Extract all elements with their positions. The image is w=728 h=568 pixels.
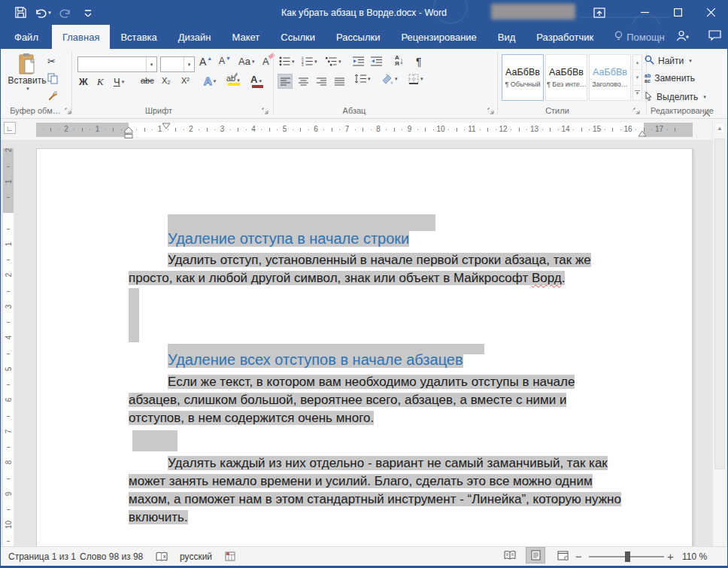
doc-paragraph-line[interactable]: махом, а поможет нам в этом стандартный … — [129, 491, 621, 509]
right-indent-marker[interactable] — [638, 130, 647, 137]
doc-heading-1[interactable]: Удаление отступа в начале строки — [168, 228, 409, 249]
cut-icon[interactable]: ✂ — [47, 56, 56, 67]
bullets-button[interactable]: ▾ — [279, 56, 295, 66]
styles-scroll-up-icon[interactable]: ▲ — [633, 55, 642, 69]
align-left-button[interactable] — [278, 74, 293, 89]
tab-file[interactable]: Файл — [1, 25, 52, 49]
customize-qat-icon[interactable] — [79, 4, 97, 22]
zoom-level[interactable]: 110 % — [682, 547, 707, 566]
styles-dialog-launcher-icon[interactable] — [632, 107, 641, 115]
word-count[interactable]: Слово 98 из 98 — [80, 547, 143, 566]
styles-more-icon[interactable]: ▼ — [633, 86, 642, 100]
scroll-up-icon[interactable]: ▲ — [714, 123, 725, 133]
macro-recording-icon[interactable] — [225, 547, 235, 566]
tab-design[interactable]: Дизайн — [168, 25, 222, 49]
font-group-label: Шрифт — [83, 106, 234, 115]
doc-paragraph-line[interactable]: отступов, в нем содержится очень много. — [129, 409, 374, 427]
close-button[interactable] — [694, 0, 727, 25]
copy-icon[interactable] — [47, 73, 58, 84]
doc-paragraph-line[interactable]: может занять немало времени и усилий. Бл… — [129, 472, 593, 491]
redo-icon[interactable] — [56, 4, 74, 22]
highlight-color-button[interactable]: ab ▾ — [226, 74, 240, 87]
vertical-ruler[interactable]: 2112345678910 — [3, 148, 14, 546]
share-person-icon[interactable] — [676, 30, 689, 44]
paste-button[interactable]: Вставить ▾ — [10, 53, 44, 105]
print-layout-view-button[interactable] — [526, 547, 545, 563]
text-effects-button[interactable]: А▾ — [204, 74, 216, 87]
doc-paragraph-line[interactable]: Удалить отступ, установленный в начале п… — [168, 251, 591, 269]
multilevel-list-button[interactable]: ▾ — [326, 56, 341, 66]
doc-paragraph-line[interactable]: Удалять каждый из них отдельно - вариант… — [168, 454, 608, 472]
select-button[interactable]: Выделить▾ — [645, 91, 706, 103]
read-mode-view-button[interactable] — [500, 547, 520, 563]
horizontal-ruler[interactable]: 211234567891011121314151617 — [36, 123, 693, 137]
vertical-scrollbar[interactable]: ▲ — [712, 120, 726, 546]
bold-button[interactable]: Ж — [79, 76, 88, 87]
style-no-spacing[interactable]: АаБбВв ¶ Без инте… — [545, 54, 587, 101]
doc-paragraph-line[interactable]: просто, как и любой другой символ, знак … — [129, 269, 565, 287]
superscript-button[interactable]: X² — [181, 76, 190, 85]
borders-button[interactable]: ▾ — [408, 74, 423, 84]
doc-paragraph-line[interactable]: Если же текст, в котором вам необходимо … — [168, 373, 575, 391]
subscript-button[interactable]: X₂ — [162, 76, 171, 85]
grow-font-button[interactable]: А▲ — [199, 56, 212, 68]
justify-button[interactable] — [332, 74, 347, 89]
tab-mailings[interactable]: Рассылки — [326, 25, 390, 49]
zoom-in-button[interactable]: + — [667, 547, 674, 566]
tab-review[interactable]: Рецензирование — [390, 25, 487, 49]
page-indicator[interactable]: Страница 1 из 1 — [8, 547, 76, 566]
numbering-button[interactable]: 123▾ — [302, 56, 317, 66]
left-indent-marker[interactable] — [124, 127, 133, 139]
tab-layout[interactable]: Макет — [221, 25, 270, 49]
style-normal[interactable]: АаБбВв ¶ Обычный — [502, 54, 544, 101]
styles-scroll-down-icon[interactable]: ▼ — [633, 69, 642, 85]
web-layout-view-button[interactable] — [553, 547, 572, 563]
collapse-ribbon-icon[interactable] — [702, 107, 711, 120]
tab-tell-me[interactable]: Помощн — [604, 25, 675, 49]
doc-heading-2[interactable]: Удаление всех отступов в начале абзацев — [168, 349, 463, 370]
doc-paragraph-line[interactable]: включить. — [129, 509, 188, 527]
maximize-button[interactable] — [661, 0, 694, 25]
style-heading[interactable]: АаБбВв Заголово… — [589, 54, 631, 101]
shading-button[interactable]: ▾ — [381, 74, 398, 84]
ribbon-display-options-icon[interactable] — [584, 0, 614, 25]
language-indicator[interactable]: русский — [180, 547, 212, 566]
show-hide-paragraph-button[interactable]: ¶ — [416, 56, 422, 68]
svg-text:3: 3 — [302, 63, 304, 66]
scrollbar-thumb[interactable] — [714, 138, 725, 469]
tab-view[interactable]: Вид — [487, 25, 526, 49]
font-dialog-launcher-icon[interactable] — [261, 107, 269, 115]
strikethrough-button[interactable]: abc — [141, 76, 154, 85]
paragraph-dialog-launcher-icon[interactable] — [487, 107, 495, 115]
zoom-slider-thumb[interactable] — [625, 551, 630, 562]
tab-developer[interactable]: Разработчик — [526, 25, 604, 49]
tab-references[interactable]: Ссылки — [270, 25, 326, 49]
comments-icon[interactable] — [708, 30, 721, 44]
change-case-button[interactable]: Аа▾ — [238, 56, 255, 67]
minimize-button[interactable] — [628, 0, 661, 25]
save-icon[interactable] — [11, 4, 29, 22]
font-size-combobox[interactable]: ▾ — [160, 56, 195, 72]
underline-button[interactable]: Ч▾ — [114, 76, 124, 87]
find-button[interactable]: Найти▾ — [645, 55, 692, 67]
proofing-errors-icon[interactable]: x — [156, 547, 168, 566]
shrink-font-button[interactable]: А▼ — [219, 56, 231, 66]
doc-paragraph-line[interactable]: абзацев, слишком большой, вероятнее всег… — [129, 391, 566, 409]
increase-indent-button[interactable] — [371, 56, 382, 66]
font-color-button[interactable]: А▾ — [250, 74, 262, 89]
replace-button[interactable]: abac Заменить — [645, 73, 695, 84]
zoom-out-button[interactable]: − — [575, 547, 582, 566]
font-name-combobox[interactable]: ▾ — [77, 56, 157, 72]
line-spacing-button[interactable]: ▾ — [354, 74, 371, 84]
align-right-button[interactable] — [314, 74, 329, 89]
italic-button[interactable]: К — [97, 76, 104, 88]
tab-home[interactable]: Главная — [52, 25, 110, 49]
clear-formatting-button[interactable]: А — [262, 56, 269, 67]
undo-icon[interactable]: ▾ — [34, 4, 52, 22]
tab-insert[interactable]: Вставка — [110, 25, 167, 49]
align-center-button[interactable] — [296, 74, 311, 89]
decrease-indent-button[interactable] — [353, 56, 364, 66]
sort-button[interactable]: АЯ↓ — [395, 55, 404, 67]
tab-stop-selector[interactable]: ∟ — [4, 122, 16, 134]
format-painter-icon[interactable] — [47, 90, 58, 101]
